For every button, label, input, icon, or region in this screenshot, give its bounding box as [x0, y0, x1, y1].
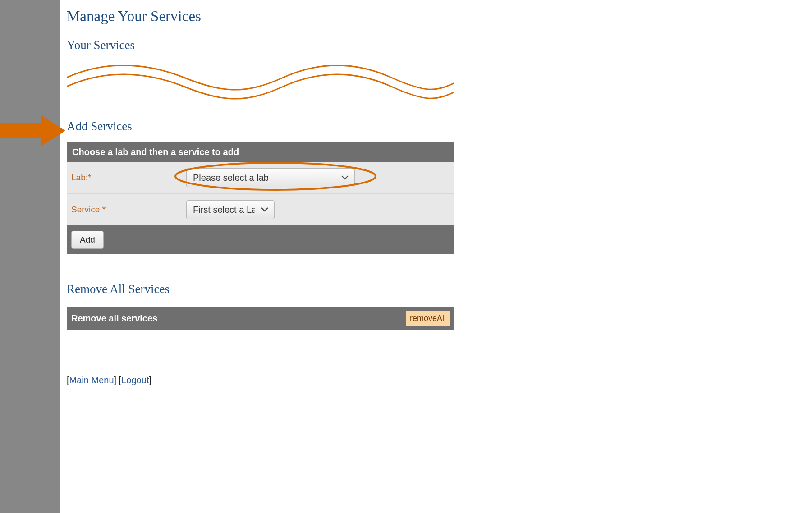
lab-select[interactable]: Please select a lab [186, 168, 355, 187]
page-title: Manage Your Services [67, 8, 518, 25]
remove-all-button[interactable]: removeAll [406, 311, 450, 326]
main-menu-link[interactable]: Main Menu [69, 375, 114, 385]
add-panel-header: Choose a lab and then a service to add [67, 142, 454, 162]
wave-annotation-icon [67, 65, 454, 103]
service-select-wrap: First select a Lab [186, 200, 275, 219]
logout-link[interactable]: Logout [121, 375, 149, 385]
service-row: Service:* First select a Lab [67, 194, 454, 225]
service-select[interactable]: First select a Lab [186, 200, 275, 219]
your-services-heading: Your Services [67, 38, 518, 52]
lab-label: Lab:* [71, 173, 186, 183]
remove-services-section: Remove All Services Remove all services … [67, 282, 518, 330]
service-label: Service:* [71, 205, 186, 215]
bracket-sep: ] [ [114, 375, 122, 385]
sidebar [0, 0, 60, 513]
add-services-panel: Choose a lab and then a service to add L… [67, 142, 454, 254]
add-services-heading: Add Services [67, 119, 518, 133]
add-button[interactable]: Add [71, 231, 104, 249]
svg-marker-0 [0, 115, 65, 147]
arrow-right-icon [0, 115, 65, 147]
add-services-section: Add Services Choose a lab and then a ser… [67, 119, 518, 254]
add-panel-body: Lab:* Please select a lab S [67, 162, 454, 225]
remove-services-heading: Remove All Services [67, 282, 518, 296]
remove-bar-label: Remove all services [71, 313, 157, 324]
remove-bar: Remove all services removeAll [67, 307, 454, 330]
lab-row: Lab:* Please select a lab [67, 162, 454, 194]
add-panel-footer: Add [67, 225, 454, 254]
footer-links: [Main Menu] [Logout] [67, 375, 518, 385]
lab-select-wrap: Please select a lab [186, 168, 355, 187]
main-content: Manage Your Services Your Services Add S… [67, 8, 518, 385]
bracket-close: ] [149, 375, 151, 385]
